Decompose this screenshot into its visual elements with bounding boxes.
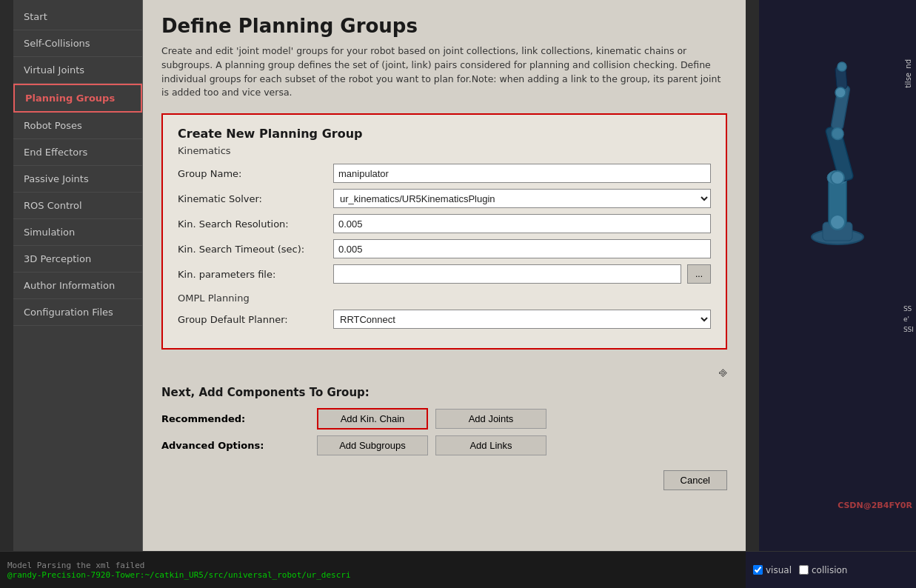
sidebar-item-end-effectors[interactable]: End Effectors	[13, 139, 142, 166]
group-name-label: Group Name:	[178, 168, 333, 179]
collision-checkbox-group: collision	[799, 565, 847, 575]
svg-point-10	[835, 87, 846, 98]
text-cursor-icon: ⎆	[719, 364, 727, 380]
sidebar-item-config-files[interactable]: Configuration Files	[13, 299, 142, 326]
svg-point-11	[838, 62, 846, 71]
advanced-label: Advanced Options:	[161, 440, 310, 451]
kinematic-solver-row: Kinematic Solver: ur_kinematics/UR5Kinem…	[178, 189, 711, 208]
sidebar-item-ros-control[interactable]: ROS Control	[13, 193, 142, 219]
group-default-planner-select[interactable]: RRTConnect	[333, 310, 711, 329]
kinematics-label: Kinematics	[178, 145, 711, 156]
kin-params-file-row: Kin. parameters file: ...	[178, 264, 711, 284]
kinematic-solver-label: Kinematic Solver:	[178, 193, 333, 204]
sidebar-item-virtual-joints[interactable]: Virtual Joints	[13, 57, 142, 84]
side-label-1: nd	[904, 59, 912, 69]
visual-checkbox[interactable]	[753, 565, 763, 575]
sidebar-item-self-collisions[interactable]: Self-Collisions	[13, 30, 142, 57]
main-content: Define Planning Groups Create and edit '…	[143, 0, 746, 551]
footer-area: Cancel	[161, 470, 727, 490]
visual-checkbox-group: visual	[753, 565, 792, 575]
kin-params-file-label: Kin. parameters file:	[178, 269, 333, 280]
add-subgroups-button[interactable]: Add Subgroups	[317, 435, 428, 455]
right-line-numbers	[746, 0, 759, 551]
svg-point-7	[830, 215, 845, 230]
sidebar-item-planning-groups[interactable]: Planning Groups	[13, 84, 142, 113]
add-kin-chain-button[interactable]: Add Kin. Chain	[317, 408, 428, 430]
sidebar-item-simulation[interactable]: Simulation	[13, 219, 142, 246]
kin-search-timeout-input[interactable]	[333, 239, 711, 258]
sidebar-item-start[interactable]: Start	[13, 4, 142, 30]
terminal-line1: Model Parsing the xml failed	[7, 561, 351, 570]
robot-viewport: nd tilse SS e' SSI	[759, 44, 916, 551]
bottom-area: Model Parsing the xml failed @randy-Prec…	[0, 551, 916, 588]
side-labels: nd tilse	[904, 59, 912, 88]
right-side-data: SS e' SSI	[901, 304, 916, 335]
terminal-line2: @randy-Precision-7920-Tower:~/catkin_UR5…	[7, 570, 351, 580]
csdn-watermark: CSDN@2B4FY0R	[838, 501, 912, 510]
cancel-button[interactable]: Cancel	[663, 470, 727, 490]
advanced-row: Advanced Options: Add Subgroups Add Link…	[161, 435, 727, 455]
collision-label: collision	[812, 565, 847, 575]
browse-button[interactable]: ...	[687, 264, 711, 284]
add-joints-button[interactable]: Add Joints	[435, 409, 546, 429]
group-default-planner-row: Group Default Planner: RRTConnect	[178, 310, 711, 329]
kin-search-res-label: Kin. Search Resolution:	[178, 218, 333, 230]
sidebar-item-passive-joints[interactable]: Passive Joints	[13, 166, 142, 193]
right-panel: nd tilse SS e' SSI	[746, 0, 916, 551]
svg-point-8	[831, 171, 844, 184]
components-title: Next, Add Components To Group:	[161, 386, 727, 399]
kin-search-res-input[interactable]	[333, 214, 711, 233]
visual-label: visual	[766, 565, 792, 575]
recommended-label: Recommended:	[161, 413, 310, 424]
side-label-2: tilse	[904, 73, 912, 88]
planning-group-box: Create New Planning Group Kinematics Gro…	[161, 113, 727, 350]
components-section: Next, Add Components To Group: Recommend…	[161, 386, 727, 490]
terminal-area: Model Parsing the xml failed @randy-Prec…	[0, 551, 746, 588]
kin-search-timeout-label: Kin. Search Timeout (sec):	[178, 244, 333, 255]
group-default-planner-label: Group Default Planner:	[178, 314, 333, 325]
sidebar-item-3d-perception[interactable]: 3D Perception	[13, 246, 142, 273]
box-title: Create New Planning Group	[178, 127, 711, 141]
line-numbers	[0, 0, 13, 551]
group-name-row: Group Name:	[178, 164, 711, 183]
right-data-3: SSI	[901, 324, 916, 335]
kin-params-file-input[interactable]	[333, 264, 681, 284]
ompl-section: OMPL Planning Group Default Planner: RRT…	[178, 293, 711, 329]
recommended-row: Recommended: Add Kin. Chain Add Joints	[161, 408, 727, 430]
add-links-button[interactable]: Add Links	[435, 435, 546, 455]
bottom-right-panel: visual collision	[746, 551, 916, 588]
sidebar: Start Self-Collisions Virtual Joints Pla…	[13, 0, 143, 551]
robot-svg	[778, 44, 897, 252]
page-title: Define Planning Groups	[161, 15, 727, 37]
terminal-content: Model Parsing the xml failed @randy-Prec…	[7, 561, 351, 580]
group-name-input[interactable]	[333, 164, 711, 183]
right-data-1: SS	[901, 304, 916, 314]
collision-checkbox[interactable]	[799, 565, 809, 575]
ompl-label: OMPL Planning	[178, 293, 711, 304]
kin-search-timeout-row: Kin. Search Timeout (sec):	[178, 239, 711, 258]
kinematic-solver-select[interactable]: ur_kinematics/UR5KinematicsPlugin	[333, 189, 711, 208]
sidebar-item-robot-poses[interactable]: Robot Poses	[13, 113, 142, 139]
page-description: Create and edit 'joint model' groups for…	[161, 44, 727, 100]
sidebar-item-author-info[interactable]: Author Information	[13, 273, 142, 299]
kin-search-res-row: Kin. Search Resolution:	[178, 214, 711, 233]
right-data-2: e'	[901, 314, 916, 324]
